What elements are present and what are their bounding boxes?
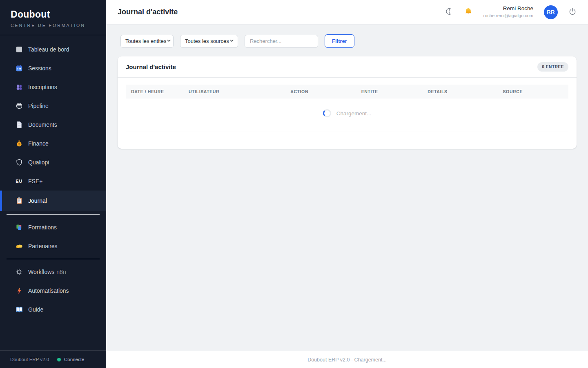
topbar: Journal d'activite: [106, 0, 588, 25]
sidebar-item-suffix: n8n: [56, 269, 66, 275]
app-root: Doubout CENTRE DE FORMATION Tableau de b…: [0, 0, 588, 368]
sidebar-item-label: Tableau de bord: [28, 46, 69, 53]
money-bag-icon: $: [15, 139, 23, 148]
journal-table-wrap: DATE / HEURE UTILISATEUR ACTION ENTITE D…: [118, 78, 577, 132]
column-header-user: UTILISATEUR: [183, 85, 285, 99]
entity-filter-select[interactable]: Toutes les entites: [120, 35, 174, 48]
column-header-entity: ENTITE: [356, 85, 423, 99]
notifications-button[interactable]: [464, 7, 473, 17]
sidebar-item-qualiopi[interactable]: Qualiopi: [0, 153, 106, 172]
books-icon: [15, 223, 23, 232]
shield-icon: [15, 158, 23, 167]
status-dot-icon: [57, 358, 61, 361]
document-icon: [15, 121, 23, 129]
table-header-row: DATE / HEURE UTILISATEUR ACTION ENTITE D…: [126, 85, 568, 99]
sidebar-item-label: Sessions: [28, 65, 51, 72]
filter-button[interactable]: Filtrer: [325, 34, 354, 48]
column-header-source: SOURCE: [498, 85, 568, 99]
main-area: Journal d'activite: [106, 0, 588, 368]
column-header-action: ACTION: [285, 85, 356, 99]
people-icon: [15, 83, 23, 92]
dashboard-icon: [15, 45, 23, 54]
topbar-right: Remi Roche roche.remi@agialgo.com RR: [445, 5, 577, 19]
sidebar-item-tableau-de-bord[interactable]: Tableau de bord: [0, 40, 106, 59]
sidebar-item-label: FSE+: [28, 178, 42, 184]
sidebar-item-sessions[interactable]: Sessions: [0, 59, 106, 78]
bell-icon: [464, 7, 473, 17]
journal-card: Journal d'activite 0 ENTREE DATE / HEURE…: [118, 56, 577, 149]
status-label: Connecte: [64, 357, 84, 362]
loading-row: Chargement...: [126, 99, 568, 132]
sidebar-item-fse[interactable]: EU FSE+: [0, 172, 106, 191]
calendar-icon: [15, 64, 23, 73]
entity-filter-value: Toutes les entites: [125, 38, 166, 44]
filter-bar: Toutes les entites Toutes les sources Fi…: [118, 34, 577, 48]
search-input[interactable]: [245, 35, 318, 48]
gear-icon: [15, 268, 23, 276]
sidebar-divider: [7, 214, 100, 215]
sidebar-item-finance[interactable]: $ Finance: [0, 134, 106, 153]
power-icon: [568, 7, 577, 17]
sidebar-divider: [7, 259, 100, 259]
chevron-down-icon: [229, 38, 234, 45]
user-email: roche.remi@agialgo.com: [483, 13, 533, 19]
page-title: Journal d'activite: [118, 8, 178, 16]
sidebar-item-label: Pipeline: [28, 103, 49, 109]
sidebar-item-journal[interactable]: Journal: [0, 191, 106, 211]
sidebar-item-label: Formations: [28, 224, 57, 231]
journal-table: DATE / HEURE UTILISATEUR ACTION ENTITE D…: [126, 85, 568, 132]
sidebar-item-label: Guide: [28, 306, 43, 313]
sidebar-item-guide[interactable]: Guide: [0, 300, 106, 319]
dark-mode-toggle[interactable]: [445, 7, 453, 17]
sidebar-item-documents[interactable]: Documents: [0, 115, 106, 134]
user-info: Remi Roche roche.remi@agialgo.com: [483, 5, 533, 19]
sidebar-item-pipeline[interactable]: Pipeline: [0, 96, 106, 115]
eu-icon: EU: [15, 177, 23, 186]
column-header-date: DATE / HEURE: [126, 85, 183, 99]
loading-cell: Chargement...: [126, 99, 568, 132]
sidebar-nav: Tableau de bord Sessions: [0, 35, 106, 319]
card-bottom-space: [118, 132, 577, 149]
source-filter-select[interactable]: Toutes les sources: [180, 35, 238, 48]
sidebar-item-workflows-n8n[interactable]: Workflows n8n: [0, 263, 106, 281]
sidebar-item-inscriptions[interactable]: Inscriptions: [0, 78, 106, 96]
column-header-details: DETAILS: [422, 85, 497, 99]
sidebar-item-label: Journal: [28, 197, 47, 204]
sidebar-item-label: Inscriptions: [28, 84, 57, 90]
sidebar-footer: Doubout ERP v2.0 Connecte: [0, 350, 106, 368]
loading-spinner-icon: [323, 109, 331, 117]
chevron-down-icon: [166, 38, 172, 45]
page-footer-text: Doubout ERP v2.0 - Chargement...: [307, 357, 387, 363]
logo: Doubout CENTRE DE FORMATION: [0, 0, 106, 35]
sidebar-item-label: Automatisations: [28, 287, 69, 294]
source-filter-value: Toutes les sources: [185, 38, 229, 44]
loading-text: Chargement...: [336, 110, 372, 117]
sidebar-item-label: Partenaires: [28, 243, 58, 249]
sidebar-item-formations[interactable]: Formations: [0, 218, 106, 237]
sidebar-item-label: Documents: [28, 121, 57, 128]
moon-icon: [445, 7, 453, 17]
avatar[interactable]: RR: [544, 5, 558, 19]
open-book-icon: [15, 305, 23, 314]
logo-title: Doubout: [11, 9, 96, 20]
lightning-icon: [15, 287, 23, 295]
page-footer: Doubout ERP v2.0 - Chargement...: [106, 351, 588, 368]
sidebar-item-label: Finance: [28, 140, 49, 147]
logo-subtitle: CENTRE DE FORMATION: [11, 23, 96, 28]
user-name: Remi Roche: [483, 5, 533, 12]
card-title: Journal d'activite: [126, 63, 176, 70]
card-header: Journal d'activite 0 ENTREE: [118, 56, 577, 78]
sidebar-item-label: Qualiopi: [28, 159, 49, 166]
sidebar-version: Doubout ERP v2.0: [10, 357, 49, 362]
connection-status: Connecte: [57, 357, 84, 362]
logout-button[interactable]: [568, 7, 577, 17]
clipboard-icon: [15, 197, 23, 205]
entry-count-badge: 0 ENTREE: [537, 62, 568, 72]
sidebar-item-automatisations[interactable]: Automatisations: [0, 281, 106, 300]
sidebar: Doubout CENTRE DE FORMATION Tableau de b…: [0, 0, 106, 368]
eu-icon-text: EU: [16, 179, 22, 184]
handshake-icon: [15, 242, 23, 251]
sidebar-item-partenaires[interactable]: Partenaires: [0, 237, 106, 256]
pipeline-icon: [15, 102, 23, 110]
content: Toutes les entites Toutes les sources Fi…: [106, 25, 588, 351]
